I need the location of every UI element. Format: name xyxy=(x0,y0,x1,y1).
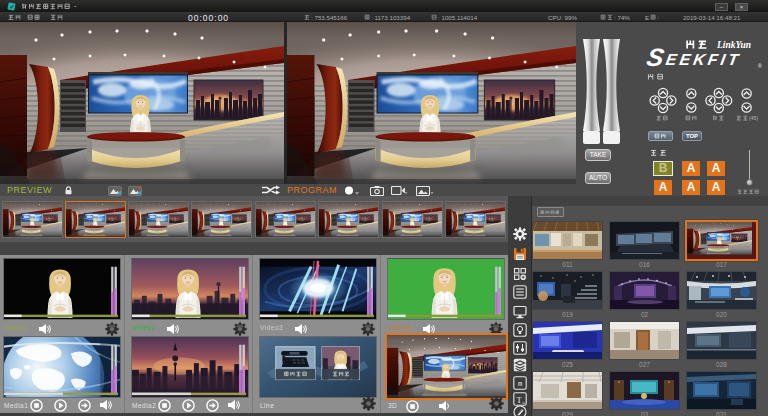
svg-text:(45): (45) xyxy=(749,115,758,121)
svg-text:a: a xyxy=(522,400,525,405)
svg-text:m: m xyxy=(518,380,522,388)
